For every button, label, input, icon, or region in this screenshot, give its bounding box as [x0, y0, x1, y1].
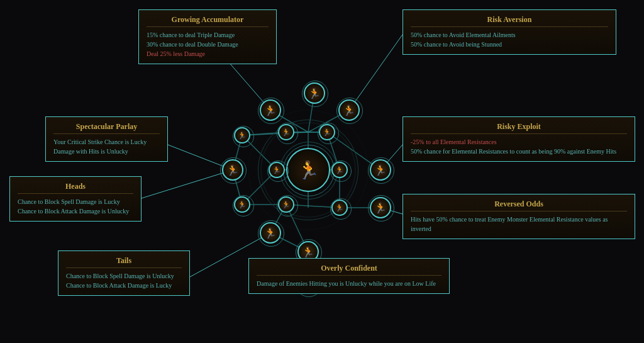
- tooltip-title: Reversed Odds: [411, 200, 627, 211]
- node-figure-icon: 🏃: [335, 166, 344, 174]
- tooltip-overly-confident: Overly Confident Damage of Enemies Hitti…: [248, 258, 450, 294]
- node-figure-icon: 🏃: [302, 246, 314, 258]
- tooltip-content: Your Critical Strike Chance is Lucky Dam…: [53, 137, 160, 156]
- skill-node-0[interactable]: 🏃: [260, 99, 281, 121]
- node-figure-icon: 🏃: [264, 227, 277, 239]
- node-figure-icon: 🏃: [343, 104, 355, 116]
- skill-node-8[interactable]: 🏃: [331, 162, 348, 178]
- node-figure-icon: 🏃: [272, 166, 281, 174]
- tooltip-content: Chance to Block Spell Damage is Lucky Ch…: [18, 197, 133, 216]
- tooltip-growing-accumulator: Growing Accumulator 15% chance to deal T…: [138, 9, 277, 64]
- tooltip-content: -25% to all Elemental Resistances 50% ch…: [411, 137, 627, 156]
- tooltip-spectacular-parlay: Spectacular Parlay Your Critical Strike …: [45, 116, 168, 162]
- line-1: Your Critical Strike Chance is Lucky: [53, 137, 160, 147]
- node-figure-icon: 🏃: [226, 164, 239, 176]
- node-figure-icon: 🏃: [308, 87, 321, 99]
- line-2: 50% chance for Elemental Resistances to …: [411, 147, 627, 156]
- tooltip-content: Damage of Enemies Hitting you is Unlucky…: [257, 279, 441, 288]
- tooltip-title: Growing Accumulator: [147, 15, 269, 27]
- skill-node-2[interactable]: 🏃: [338, 99, 360, 121]
- node-figure-icon: 🏃: [335, 204, 344, 212]
- tooltip-reversed-odds: Reversed Odds Hits have 50% chance to tr…: [402, 194, 635, 239]
- tooltip-title: Overly Confident: [257, 264, 441, 276]
- line-1: 15% chance to deal Triple Damage: [147, 30, 269, 40]
- node-figure-icon: 🏃: [264, 104, 277, 116]
- node-figure-icon: 🏃: [323, 128, 331, 137]
- skill-node-11[interactable]: 🏃: [278, 196, 294, 213]
- tooltip-title: Heads: [18, 182, 133, 194]
- line-2: 50% chance to Avoid being Stunned: [411, 40, 608, 49]
- tooltip-title: Tails: [66, 256, 182, 268]
- svg-line-27: [349, 35, 402, 110]
- tooltip-content: Hits have 50% chance to treat Enemy Mons…: [411, 215, 627, 233]
- line-1: Hits have 50% chance to treat Enemy Mons…: [411, 215, 627, 233]
- node-figure-icon: 🏃: [374, 202, 387, 214]
- line-1: -25% to all Elemental Resistances: [411, 137, 627, 147]
- tooltip-heads: Heads Chance to Block Spell Damage is Lu…: [9, 176, 142, 222]
- node-figure-icon: 🏃: [282, 201, 291, 209]
- line-1: 50% chance to Avoid Elemental Ailments: [411, 30, 608, 40]
- tooltip-risk-aversion: Risk Aversion 50% chance to Avoid Elemen…: [402, 9, 616, 55]
- line-2: Chance to Block Attack Damage is Unlucky: [18, 206, 133, 216]
- skill-node-12[interactable]: 🏃: [331, 200, 348, 216]
- tooltip-risky-exploit: Risky Exploit -25% to all Elemental Resi…: [402, 116, 635, 162]
- skill-node-9[interactable]: 🏃: [370, 159, 391, 181]
- tooltip-content: 50% chance to Avoid Elemental Ailments 5…: [411, 30, 608, 49]
- node-figure-icon: 🏃: [238, 201, 247, 209]
- line-2: Chance to Block Attack Damage is Lucky: [66, 281, 182, 290]
- tooltip-title: Risky Exploit: [411, 122, 627, 134]
- line-2: Damage with Hits is Unlucky: [53, 147, 160, 156]
- skill-node-1[interactable]: 🏃: [304, 82, 325, 104]
- tooltip-content: Chance to Block Spell Damage is Unlucky …: [66, 271, 182, 290]
- skill-node-13[interactable]: 🏃: [370, 197, 391, 218]
- center-hub-node[interactable]: 🏃: [286, 148, 330, 192]
- line-1: Chance to Block Spell Damage is Unlucky: [66, 271, 182, 281]
- node-figure-icon: 🏃: [238, 132, 247, 140]
- line-2: 30% chance to deal Double Damage: [147, 40, 269, 49]
- line-1: Damage of Enemies Hitting you is Unlucky…: [257, 279, 441, 288]
- node-figure-icon: 🏃: [374, 164, 387, 176]
- line-3: Deal 25% less Damage: [147, 49, 269, 59]
- skill-node-3[interactable]: 🏃: [234, 127, 250, 143]
- skill-node-10[interactable]: 🏃: [234, 196, 250, 213]
- node-figure-icon: 🏃: [282, 128, 291, 137]
- skill-node-7[interactable]: 🏃: [269, 162, 285, 178]
- tooltip-tails: Tails Chance to Block Spell Damage is Un…: [58, 250, 190, 296]
- skill-node-6[interactable]: 🏃: [222, 159, 243, 181]
- tooltip-content: 15% chance to deal Triple Damage 30% cha…: [147, 30, 269, 59]
- skill-node-5[interactable]: 🏃: [319, 124, 335, 140]
- skill-node-14[interactable]: 🏃: [260, 222, 281, 244]
- line-1: Chance to Block Spell Damage is Lucky: [18, 197, 133, 206]
- skill-node-4[interactable]: 🏃: [278, 124, 294, 140]
- svg-line-30: [142, 170, 233, 198]
- hub-figure-icon: 🏃: [297, 160, 319, 181]
- tooltip-title: Spectacular Parlay: [53, 122, 160, 134]
- tooltip-title: Risk Aversion: [411, 15, 608, 27]
